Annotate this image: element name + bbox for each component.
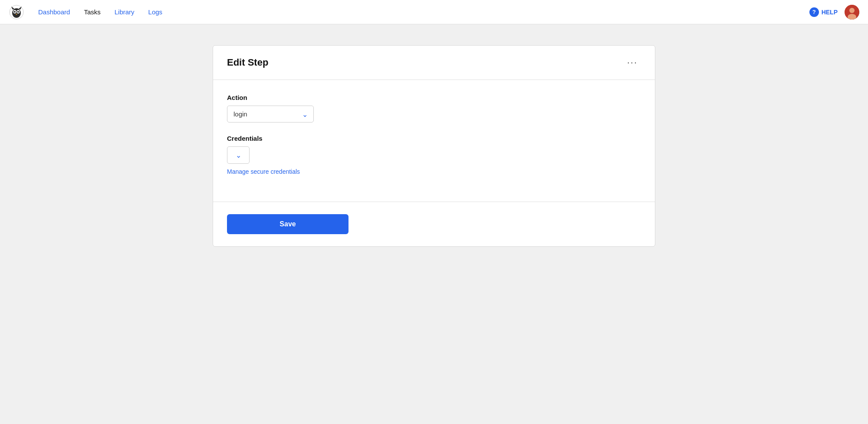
navbar: Dashboard Tasks Library Logs ? HELP xyxy=(0,0,868,24)
action-select[interactable]: login logout navigate click type xyxy=(227,106,314,123)
page-title: Edit Step xyxy=(227,57,268,68)
avatar[interactable] xyxy=(845,5,859,20)
nav-dashboard[interactable]: Dashboard xyxy=(38,8,70,16)
nav-library[interactable]: Library xyxy=(115,8,135,16)
card-body: Action login logout navigate click type … xyxy=(213,80,655,202)
more-options-button[interactable]: ··· xyxy=(624,56,641,69)
help-label: HELP xyxy=(822,9,838,16)
save-button[interactable]: Save xyxy=(227,214,349,234)
app-logo xyxy=(9,4,24,20)
help-link[interactable]: ? HELP xyxy=(809,7,838,17)
card-header: Edit Step ··· xyxy=(213,46,655,80)
svg-point-4 xyxy=(14,11,16,13)
action-field-group: Action login logout navigate click type … xyxy=(227,94,641,123)
nav-logs[interactable]: Logs xyxy=(148,8,163,16)
manage-credentials-link[interactable]: Manage secure credentials xyxy=(227,168,300,175)
svg-point-6 xyxy=(15,11,15,11)
action-select-wrapper: login logout navigate click type ⌄ xyxy=(227,106,314,123)
edit-step-card: Edit Step ··· Action login logout naviga… xyxy=(213,45,655,247)
help-icon: ? xyxy=(809,7,819,17)
card-footer: Save xyxy=(213,202,655,246)
page-content: Edit Step ··· Action login logout naviga… xyxy=(0,24,868,268)
avatar-image xyxy=(845,5,859,20)
svg-point-1 xyxy=(12,8,21,18)
navbar-right: ? HELP xyxy=(809,5,859,20)
credentials-dropdown-wrapper: ⌄ xyxy=(227,146,641,164)
svg-point-5 xyxy=(17,11,19,13)
credentials-label: Credentials xyxy=(227,135,641,142)
credentials-dropdown-button[interactable]: ⌄ xyxy=(227,146,250,164)
credentials-chevron-icon: ⌄ xyxy=(236,151,241,159)
logo-icon xyxy=(9,4,24,20)
svg-point-7 xyxy=(18,11,19,11)
svg-point-12 xyxy=(849,8,855,13)
nav-tasks[interactable]: Tasks xyxy=(84,8,100,16)
action-label: Action xyxy=(227,94,641,101)
credentials-field-group: Credentials ⌄ Manage secure credentials xyxy=(227,135,641,176)
